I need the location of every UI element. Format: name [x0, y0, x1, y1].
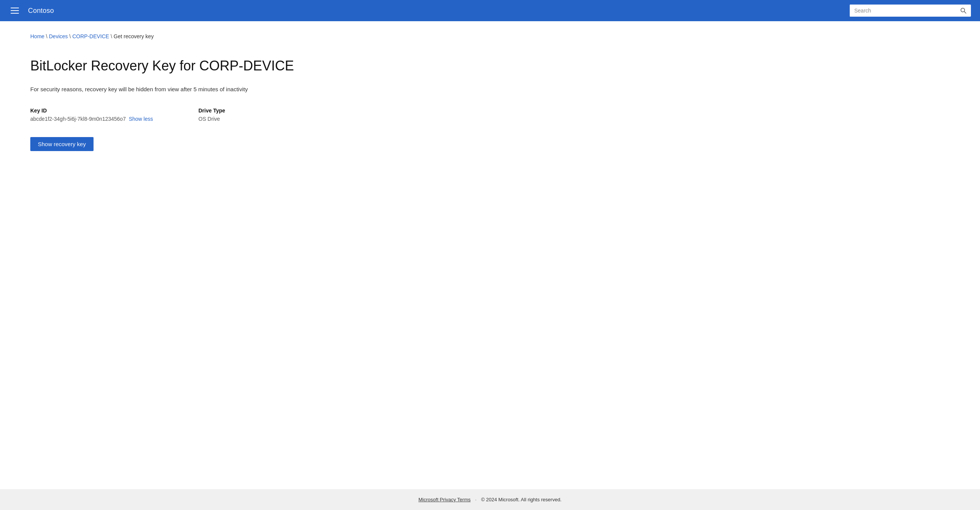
breadcrumb-current: Get recovery key [114, 33, 154, 40]
footer-copyright: © 2024 Microsoft. All rights reserved. [481, 497, 562, 502]
breadcrumb-sep-3: \ [111, 33, 112, 40]
header: Contoso [0, 0, 980, 21]
footer-separator: · [475, 497, 477, 502]
drive-type-value: OS Drive [199, 116, 225, 122]
breadcrumb-sep-2: \ [69, 33, 71, 40]
footer: Microsoft Privacy Terms · © 2024 Microso… [0, 489, 980, 510]
breadcrumb-sep-1: \ [46, 33, 47, 40]
key-id-value: abcde1f2-34gh-5i6j-7kl8-9m0n123456o7 [30, 116, 126, 122]
key-id-label: Key ID [30, 108, 153, 114]
privacy-link[interactable]: Microsoft Privacy Terms [418, 497, 471, 502]
menu-button[interactable] [9, 6, 21, 15]
svg-line-1 [964, 12, 966, 14]
breadcrumb-home[interactable]: Home [30, 33, 44, 40]
search-icon [960, 8, 966, 14]
key-id-value-row: abcde1f2-34gh-5i6j-7kl8-9m0n123456o7 Sho… [30, 116, 153, 122]
main-content: Home \ Devices \ CORP-DEVICE \ Get recov… [0, 21, 980, 489]
page-title: BitLocker Recovery Key for CORP-DEVICE [30, 57, 950, 74]
search-input[interactable] [850, 5, 956, 17]
show-recovery-button[interactable]: Show recovery key [30, 137, 94, 151]
show-less-link[interactable]: Show less [129, 116, 153, 122]
brand-name: Contoso [28, 7, 54, 15]
key-id-field: Key ID abcde1f2-34gh-5i6j-7kl8-9m0n12345… [30, 108, 153, 122]
breadcrumb-devices[interactable]: Devices [49, 33, 68, 40]
drive-type-label: Drive Type [199, 108, 225, 114]
description-text: For security reasons, recovery key will … [30, 86, 950, 92]
search-button[interactable] [956, 5, 971, 17]
key-info-section: Key ID abcde1f2-34gh-5i6j-7kl8-9m0n12345… [30, 108, 950, 122]
search-container [850, 5, 971, 17]
breadcrumb: Home \ Devices \ CORP-DEVICE \ Get recov… [30, 33, 950, 40]
drive-type-field: Drive Type OS Drive [199, 108, 225, 122]
header-left: Contoso [9, 6, 54, 15]
breadcrumb-device[interactable]: CORP-DEVICE [72, 33, 109, 40]
